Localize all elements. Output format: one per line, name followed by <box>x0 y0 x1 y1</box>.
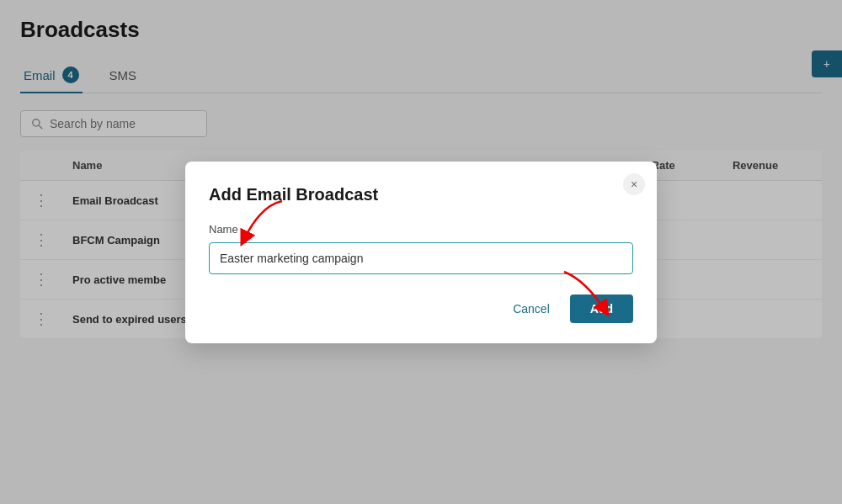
modal-title: Add Email Broadcast <box>209 185 633 204</box>
arrow-name-indicator <box>236 197 295 247</box>
modal-actions: Cancel Add <box>209 294 633 323</box>
modal-overlay: Add Email Broadcast × Name Cancel Add <box>0 0 842 504</box>
broadcasts-page: Broadcasts Email 4 SMS + Name Date Conta… <box>0 0 842 504</box>
cancel-button[interactable]: Cancel <box>503 295 560 322</box>
modal-name-input[interactable] <box>209 242 633 274</box>
modal-close-button[interactable]: × <box>623 173 645 195</box>
modal-name-label: Name <box>209 223 633 236</box>
add-email-broadcast-modal: Add Email Broadcast × Name Cancel Add <box>185 162 657 343</box>
add-button[interactable]: Add <box>570 294 633 323</box>
